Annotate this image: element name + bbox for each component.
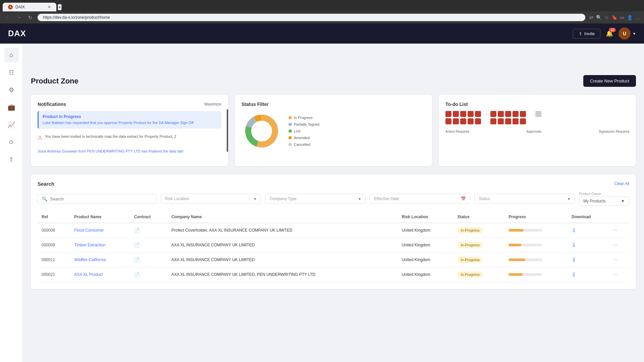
nav-right: ⇧ Invite 🔔 18 U ▼ — [573, 27, 636, 40]
clear-all-btn[interactable]: Clear All — [614, 181, 629, 186]
todo-signatures — [535, 111, 541, 117]
notif-title-1: Product in Progress — [43, 114, 217, 119]
extensions-icon[interactable]: … — [635, 15, 640, 20]
cell-download[interactable]: ⇩ — [568, 223, 609, 238]
notifications-title: Notifications — [38, 102, 66, 107]
todo-dot — [468, 118, 474, 124]
search-input-wrap[interactable]: 🔍 — [38, 194, 157, 204]
create-new-product-button[interactable]: Create New Product — [583, 75, 636, 87]
todo-dot — [498, 118, 504, 124]
cell-more[interactable]: ⋯ — [609, 267, 629, 282]
todo-dot — [445, 118, 451, 124]
search-input[interactable] — [50, 196, 152, 201]
address-bar[interactable]: https://dev.da-x.io/zone/product/home — [38, 14, 585, 21]
todo-dot — [513, 111, 519, 117]
status-select[interactable]: Status ▼ — [474, 194, 575, 204]
cell-progress — [504, 252, 568, 267]
sidebar-item-home[interactable]: ⌂ — [4, 48, 19, 62]
table-wrap: Ref Product Name Contract Company Name R… — [38, 211, 629, 282]
sidebar-item-dashboard[interactable]: ☷ — [4, 65, 19, 80]
sidebar-item-config[interactable]: ⛭ — [4, 135, 19, 149]
cell-risk-location: United Kingdom — [398, 267, 453, 282]
sidebar-item-settings-gear[interactable]: ⚙ — [4, 82, 19, 97]
notification-item-2[interactable]: ⚠ You have been invited to technically m… — [38, 131, 221, 143]
todo-approvals-grid — [490, 111, 526, 124]
bookmark-icon[interactable]: 🔖 — [611, 15, 617, 20]
main-content: Product Zone Create New Product Notifica… — [23, 67, 644, 362]
translate-icon: ⇄ — [589, 15, 593, 20]
cell-status: In-Progress — [453, 252, 504, 267]
active-tab[interactable]: A DAIX ✕ — [3, 3, 56, 11]
cell-more[interactable]: ⋯ — [609, 252, 629, 267]
product-owner-select[interactable]: My Products ▼ — [579, 196, 629, 206]
favorites-icon[interactable]: ☆ — [604, 15, 609, 20]
invite-button[interactable]: ⇧ Invite — [573, 29, 600, 39]
chevron-down-icon: ▼ — [633, 32, 636, 36]
cell-download[interactable]: ⇩ — [568, 267, 609, 282]
company-type-select[interactable]: Company Type ▼ — [265, 194, 366, 204]
todo-dot — [475, 118, 481, 124]
col-actions — [609, 211, 629, 223]
search-icon[interactable]: 🔍 — [596, 15, 602, 20]
chevron-down-icon: ▼ — [567, 197, 571, 201]
user-avatar-wrap[interactable]: U ▼ — [619, 27, 636, 40]
cell-product-name[interactable]: Wildfire California — [70, 252, 130, 267]
cell-more[interactable]: ⋯ — [609, 223, 629, 238]
avatar: U — [619, 27, 631, 40]
cell-download[interactable]: ⇩ — [568, 238, 609, 252]
app-logo: DAX — [8, 29, 26, 38]
cell-ref: 000009 — [38, 238, 70, 252]
tab-close-btn[interactable]: ✕ — [48, 5, 51, 9]
notification-item-3[interactable]: Josia Andreas Gunawan from PEN UNDERWRIT… — [38, 146, 221, 157]
effective-date-select[interactable]: Effective Date 📅 — [370, 194, 470, 204]
todo-dot — [460, 118, 466, 124]
notifications-card-header: Notifications Maximize — [38, 102, 221, 107]
todo-dots-grid — [445, 111, 481, 124]
risk-location-select[interactable]: Risk Location ▼ — [161, 194, 261, 204]
maximize-link[interactable]: Maximize — [204, 102, 221, 107]
todo-dot — [505, 111, 511, 117]
left-sidebar: ⌂ ☷ ⚙ 💼 📈 ⛭ ⇧ — [0, 44, 23, 362]
todo-dot — [520, 118, 526, 124]
error-icon: ⚠ — [38, 134, 42, 141]
todo-category-labels: Action Required Approvals Signatures Req… — [445, 130, 629, 133]
todo-dot — [453, 118, 459, 124]
cell-more[interactable]: ⋯ — [609, 238, 629, 252]
cell-company-name: Profect Coverholder, AXA XL INSURANCE CO… — [167, 223, 398, 238]
cell-ref: 000011 — [38, 252, 70, 267]
cell-product-name[interactable]: Flood Consumer — [70, 223, 130, 238]
cell-product-name[interactable]: Timber Extraction — [70, 238, 130, 252]
sidebar-item-chart[interactable]: 📈 — [4, 117, 19, 132]
profile-icon[interactable]: 👤 — [627, 15, 633, 20]
sidebar-item-briefcase[interactable]: 💼 — [4, 100, 19, 115]
todo-dot — [460, 111, 466, 117]
new-tab-btn[interactable]: + — [58, 4, 62, 10]
cell-progress — [504, 223, 568, 238]
cell-contract: 📄 — [130, 223, 167, 238]
notification-btn[interactable]: 🔔 18 — [606, 30, 613, 37]
todo-dot — [490, 111, 496, 117]
sidebar-item-upload[interactable]: ⇧ — [4, 152, 19, 167]
donut-container: In Progress Partially Signed Live A — [241, 111, 425, 151]
collections-icon[interactable]: ▭ — [620, 15, 624, 20]
refresh-btn[interactable]: ↻ — [27, 13, 34, 21]
notification-item-1[interactable]: Product in Progress Luke Baldwin has req… — [38, 111, 221, 129]
donut-chart — [241, 111, 282, 151]
col-progress: Progress — [504, 211, 568, 223]
top-navbar: DAX ⇧ Invite 🔔 18 U ▼ — [0, 23, 644, 44]
page-title: Product Zone — [31, 77, 78, 85]
chevron-down-icon: ▼ — [358, 197, 361, 201]
col-contract: Contract — [130, 211, 167, 223]
legend-dot-inprogress — [288, 116, 292, 119]
chevron-down-icon: ▼ — [254, 197, 257, 201]
product-owner-label: Product Owner — [579, 192, 629, 196]
legend-dot-amended — [288, 136, 292, 139]
cell-product-name[interactable]: AXA XL Product — [70, 267, 130, 282]
cell-status: In-Progress — [453, 223, 504, 238]
cell-download[interactable]: ⇩ — [568, 252, 609, 267]
cell-risk-location: United Kingdom — [398, 252, 453, 267]
todo-dot — [520, 111, 526, 117]
calendar-icon: 📅 — [461, 196, 466, 201]
search-icon: 🔍 — [42, 196, 47, 201]
todo-dot — [490, 118, 496, 124]
